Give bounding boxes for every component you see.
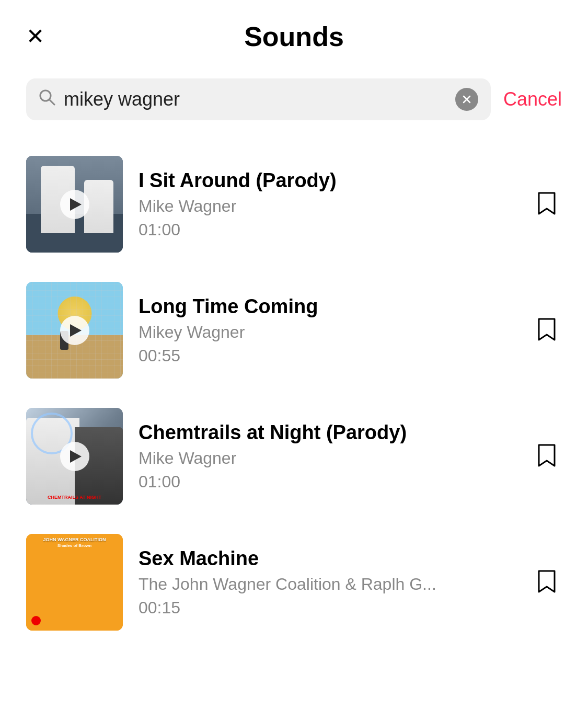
track-title: I Sit Around (Parody) xyxy=(139,169,516,193)
track-thumbnail[interactable] xyxy=(26,156,123,253)
track-artist: The John Wagner Coalition & Raplh G... xyxy=(139,575,516,594)
bookmark-button[interactable] xyxy=(532,564,562,601)
svg-line-1 xyxy=(50,100,54,105)
close-button[interactable]: ✕ xyxy=(26,26,44,48)
track-duration: 00:55 xyxy=(139,346,516,365)
track-duration: 01:00 xyxy=(139,220,516,239)
play-icon[interactable] xyxy=(60,190,89,219)
track-duration: 01:00 xyxy=(139,472,516,492)
page-title: Sounds xyxy=(244,21,344,52)
list-item: JOHN WAGNER COALITION Shades of Brown xyxy=(0,519,588,645)
track-info: Chemtrails at Night (Parody) Mike Wagner… xyxy=(139,421,516,492)
track-info: I Sit Around (Parody) Mike Wagner 01:00 xyxy=(139,169,516,240)
play-icon[interactable] xyxy=(60,442,89,471)
track-duration: 00:15 xyxy=(139,598,516,618)
header: ✕ Sounds xyxy=(0,0,588,68)
track-title: Sex Machine xyxy=(139,547,516,571)
list-item: CHEMTRAILS AT NIGHT Chemtrails at Night … xyxy=(0,393,588,519)
bookmark-button[interactable] xyxy=(532,438,562,475)
track-artist: Mikey Wagner xyxy=(139,323,516,342)
track-artist: Mike Wagner xyxy=(139,449,516,468)
clear-search-button[interactable] xyxy=(455,88,478,111)
bookmark-button[interactable] xyxy=(532,312,562,349)
results-list: I Sit Around (Parody) Mike Wagner 01:00 … xyxy=(0,131,588,656)
track-thumbnail[interactable]: JOHN WAGNER COALITION Shades of Brown xyxy=(26,534,123,631)
search-icon xyxy=(39,89,55,110)
search-bar-container: Cancel xyxy=(0,68,588,131)
cancel-button[interactable]: Cancel xyxy=(503,88,562,110)
search-input-wrapper xyxy=(26,78,491,120)
track-info: Long Time Coming Mikey Wagner 00:55 xyxy=(139,295,516,366)
track-thumbnail[interactable] xyxy=(26,282,123,379)
track-title: Long Time Coming xyxy=(139,295,516,319)
list-item: Long Time Coming Mikey Wagner 00:55 xyxy=(0,267,588,393)
track-artist: Mike Wagner xyxy=(139,197,516,216)
bookmark-button[interactable] xyxy=(532,186,562,223)
track-info: Sex Machine The John Wagner Coalition & … xyxy=(139,547,516,618)
search-input[interactable] xyxy=(64,88,447,110)
play-icon[interactable] xyxy=(60,316,89,345)
track-title: Chemtrails at Night (Parody) xyxy=(139,421,516,445)
list-item: I Sit Around (Parody) Mike Wagner 01:00 xyxy=(0,141,588,267)
track-thumbnail[interactable]: CHEMTRAILS AT NIGHT xyxy=(26,408,123,505)
